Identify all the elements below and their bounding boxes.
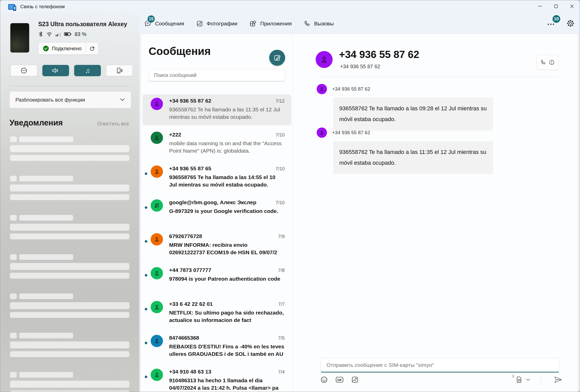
close-button[interactable] — [564, 0, 580, 12]
conversation-row[interactable]: +34 936 55 87 657/10 936558765 Te ha lla… — [142, 162, 291, 193]
titlebar: Связь с телефоном — [0, 0, 580, 13]
conversation-row[interactable]: +2227/10 mobile data roaming is on and t… — [142, 128, 291, 159]
avatar — [151, 132, 163, 144]
avatar — [151, 199, 163, 212]
conversation-row[interactable]: 679267767287/9 MRW INFORMA: recibira env… — [142, 230, 291, 261]
chevron-down-icon — [120, 98, 125, 102]
message-incoming: +34 936 55 87 62 936558762 Te ha llamado… — [317, 84, 493, 130]
avatar — [151, 267, 163, 279]
conversation-row[interactable]: 84746653687/5 REBAIXES D'ESTIU! Fins a -… — [142, 331, 291, 362]
send-button[interactable] — [554, 375, 563, 384]
sidebar: S23 Ultra пользователя Alexey 83 % Подкл… — [0, 13, 139, 392]
conversation-preview: G-897329 is your Google verification cod… — [169, 207, 285, 222]
conversation-preview: 978094 is your Patreon authentication co… — [169, 275, 285, 290]
conversation-date: 7/7 — [278, 302, 285, 307]
media-audio-button[interactable]: ♫ — [74, 65, 101, 76]
unlock-all-features-expander[interactable]: Разблокировать все функции — [9, 91, 131, 108]
wifi-icon — [46, 31, 53, 37]
avatar — [151, 335, 163, 347]
calls-icon — [304, 20, 311, 27]
message-incoming: +34 936 55 87 62 936558762 Te ha llamado… — [317, 128, 493, 174]
connection-status-label: Подключено — [52, 46, 82, 52]
conversation-name: 67926776728 — [169, 233, 276, 239]
svg-text:GIF: GIF — [337, 378, 342, 381]
clear-all-button[interactable]: Очистить все — [97, 121, 129, 127]
gif-button[interactable]: GIF — [335, 375, 344, 384]
conversation-preview: MRW INFORMA: recibira envio 026921222737… — [169, 241, 285, 256]
messages-count-badge: 15 — [148, 15, 155, 23]
sim-card-icon — [516, 376, 523, 384]
conversation-date: 7/10 — [276, 166, 285, 172]
chat-avatar — [316, 51, 333, 68]
phone-vibrate-icon — [115, 67, 123, 74]
unread-dot — [145, 274, 147, 277]
unread-dot — [145, 308, 147, 310]
tab-apps-label: Приложения — [260, 21, 292, 27]
new-message-button[interactable] — [269, 50, 285, 66]
sim-select-button[interactable]: 1 — [515, 375, 524, 384]
phone-link-app-icon — [8, 4, 17, 11]
conversation-name: +34 910 48 63 13 — [169, 369, 276, 375]
tab-apps[interactable]: Приложения — [249, 20, 292, 27]
conversation-row[interactable]: +34 936 55 87 627/12 936558762 Te ha lla… — [142, 94, 291, 125]
conversation-preview: 910486313 ha hecho 1 llamada el dia 04/0… — [169, 377, 285, 391]
message-input-box — [321, 358, 559, 373]
emoji-button[interactable] — [320, 375, 329, 384]
notifications-skeleton — [10, 136, 129, 392]
image-icon — [351, 376, 359, 384]
minus-circle-icon — [21, 67, 27, 74]
avatar — [151, 369, 163, 381]
message-input[interactable] — [326, 362, 554, 368]
conversation-date: 7/12 — [276, 99, 285, 104]
messages-panel-title: Сообщения — [149, 45, 211, 57]
search-messages-input[interactable] — [153, 72, 280, 79]
window-title: Связь с телефоном — [20, 4, 65, 9]
conversation-row[interactable]: google@rbm.goog, Алекс Экслер7/10 G-8973… — [142, 196, 291, 227]
unread-dot — [145, 342, 147, 344]
device-status-row: 83 % — [38, 31, 86, 38]
message-sender: +34 936 55 87 62 — [332, 86, 370, 92]
connection-status-button[interactable]: Подключено — [38, 43, 86, 54]
main-tabs: Сообщения 15 Фотографии Приложения Вызов… — [144, 16, 334, 31]
conversation-preview: REBAIXES D'ESTIU! Fins a -40% en les tev… — [169, 343, 285, 358]
attach-image-button[interactable] — [350, 375, 360, 384]
avatar — [151, 233, 163, 246]
connected-check-icon — [43, 45, 49, 52]
chat-actions-button[interactable] — [536, 55, 558, 70]
minimize-button[interactable] — [532, 0, 548, 12]
compose-divider — [541, 375, 541, 385]
sim-chevron-down-icon[interactable] — [525, 375, 531, 384]
tab-calls[interactable]: Вызовы — [304, 20, 334, 27]
conversation-date: 7/5 — [278, 336, 285, 341]
conversation-list: +34 936 55 87 627/12 936558762 Te ha lla… — [142, 94, 291, 392]
refresh-button[interactable] — [86, 43, 98, 54]
conversation-name: google@rbm.goog, Алекс Экслер — [169, 199, 273, 205]
chat-title: +34 936 55 87 62 — [339, 49, 419, 60]
battery-icon — [64, 31, 72, 37]
conversation-row[interactable]: +44 7873 0777777/8 978094 is your Patreo… — [142, 264, 291, 295]
connection-group: Подключено — [38, 42, 99, 55]
tab-calls-label: Вызовы — [314, 21, 334, 27]
photos-icon — [196, 20, 203, 27]
phone-ring-button[interactable] — [106, 65, 133, 76]
audio-output-button[interactable] — [42, 65, 69, 76]
device-name: S23 Ultra пользователя Alexey — [38, 21, 127, 28]
conversation-row[interactable]: +33 6 42 22 62 017/7 NETFLIX: Su ultimo … — [142, 298, 291, 328]
do-not-disturb-button[interactable] — [11, 65, 37, 76]
settings-gear-icon[interactable] — [566, 19, 575, 28]
tab-photos[interactable]: Фотографии — [196, 20, 237, 27]
conversation-row[interactable]: +34 910 48 63 137/4 910486313 ha hecho 1… — [142, 365, 291, 392]
tab-messages[interactable]: Сообщения 15 — [144, 20, 184, 27]
notifications-title: Уведомления — [9, 118, 97, 128]
send-icon — [554, 376, 563, 384]
chat-subtitle: +34 936 55 87 62 — [340, 64, 380, 70]
conversation-date: 7/8 — [278, 268, 285, 273]
message-sender: +34 936 55 87 62 — [332, 130, 370, 135]
maximize-button[interactable] — [548, 0, 564, 12]
message-bubble: 936558762 Te ha llamado a las 11:35 el 1… — [333, 141, 493, 174]
message-avatar — [317, 128, 327, 138]
conversation-date: 7/9 — [278, 234, 285, 239]
unlock-all-features-label: Разблокировать все функции — [15, 97, 120, 103]
apps-icon — [249, 20, 257, 27]
message-bubble: 936558762 Te ha llamado a las 09:28 el 1… — [333, 97, 493, 130]
